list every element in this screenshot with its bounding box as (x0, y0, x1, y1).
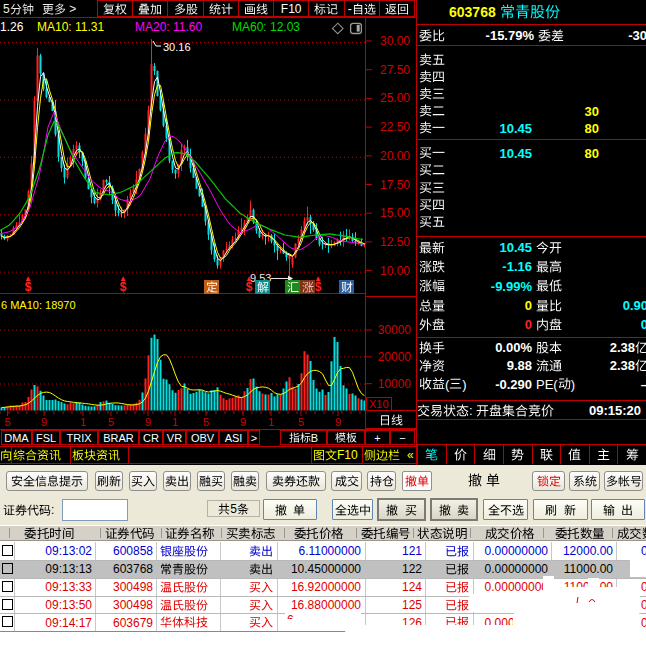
svg-text:9: 9 (145, 416, 151, 428)
svg-text:17.50: 17.50 (380, 178, 410, 192)
svg-text:30.16: 30.16 (163, 41, 191, 53)
svg-text:1: 1 (80, 416, 86, 428)
svg-text:15.00: 15.00 (380, 206, 410, 220)
svg-text:5: 5 (5, 416, 11, 428)
svg-text:22.50: 22.50 (380, 120, 410, 134)
svg-text:9: 9 (240, 416, 246, 428)
svg-text:20.00: 20.00 (380, 149, 410, 163)
svg-text:X10: X10 (369, 398, 389, 410)
svg-text:5: 5 (298, 416, 304, 428)
svg-text:5: 5 (108, 416, 114, 428)
svg-text:5: 5 (203, 416, 209, 428)
svg-text:27.50: 27.50 (380, 63, 410, 77)
svg-text:9: 9 (41, 416, 47, 428)
svg-text:30.00: 30.00 (380, 34, 410, 48)
svg-text:30000: 30000 (378, 323, 412, 337)
svg-text:1: 1 (172, 416, 178, 428)
svg-text:1: 1 (268, 416, 274, 428)
svg-text:10000: 10000 (378, 377, 412, 391)
svg-text:12.50: 12.50 (380, 235, 410, 249)
svg-text:9: 9 (335, 416, 341, 428)
svg-text:20000: 20000 (378, 350, 412, 364)
svg-text:10.00: 10.00 (380, 264, 410, 278)
svg-text:25.00: 25.00 (380, 91, 410, 105)
